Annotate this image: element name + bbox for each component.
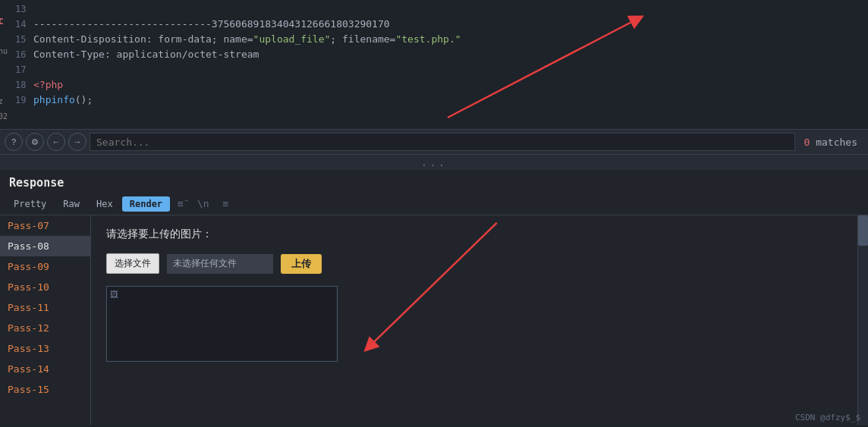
watermark: CSDN @dfzy$_$ xyxy=(795,413,860,422)
right-scrollbar[interactable] xyxy=(857,215,868,425)
response-header: Response xyxy=(0,170,868,193)
sidebar-item-pass13[interactable]: Pass-13 xyxy=(0,338,90,359)
sidebar-item-pass07[interactable]: Pass-07 xyxy=(0,215,90,236)
no-file-text: 未选择任何文件 xyxy=(173,257,237,270)
sidebar-item-pass08[interactable]: Pass-08 xyxy=(0,236,90,256)
help-button[interactable]: ? xyxy=(5,133,23,151)
scrollbar-thumb[interactable] xyxy=(858,215,868,246)
dots-separator: ... xyxy=(0,155,868,170)
tab-render[interactable]: Render xyxy=(122,196,170,212)
upload-label: 请选择要上传的图片： xyxy=(106,228,842,241)
code-line-14: ------------------------------3756068918… xyxy=(30,17,868,32)
sidebar: Pass-07 Pass-08 Pass-09 Pass-10 Pass-11 … xyxy=(0,215,91,425)
code-line-16: Content-Type: application/octet-stream xyxy=(30,47,868,62)
code-line-13 xyxy=(30,2,868,17)
tab-icon-lines[interactable]: ≡̈ xyxy=(171,196,190,212)
code-line-19: phpinfo(); xyxy=(30,93,868,108)
tab-raw[interactable]: Raw xyxy=(55,196,87,212)
matches-count: 0 matches xyxy=(798,137,863,148)
file-name-display: 未选择任何文件 xyxy=(167,254,273,274)
sidebar-item-pass15[interactable]: Pass-15 xyxy=(0,379,90,400)
forward-button[interactable]: → xyxy=(68,133,86,151)
sidebar-item-pass14[interactable]: Pass-14 xyxy=(0,359,90,379)
search-bar: ? ⚙ ← → 0 matches xyxy=(0,129,868,155)
back-button[interactable]: ← xyxy=(47,133,65,151)
svg-line-1 xyxy=(370,223,497,347)
matches-label: matches xyxy=(816,137,857,148)
file-input-row: 选择文件 未选择任何文件 上传 xyxy=(106,253,842,274)
sidebar-item-pass11[interactable]: Pass-11 xyxy=(0,297,90,318)
choose-file-button[interactable]: 选择文件 xyxy=(106,253,159,274)
code-line-17 xyxy=(30,62,868,77)
tab-icon-menu[interactable]: ≡ xyxy=(217,196,235,212)
tab-pretty[interactable]: Pretty xyxy=(6,196,54,212)
code-line-18: <?php xyxy=(30,77,868,93)
response-title: Response xyxy=(9,176,64,190)
tab-icon-newline[interactable]: \n xyxy=(191,196,215,212)
sidebar-item-pass10[interactable]: Pass-10 xyxy=(0,277,90,297)
settings-button[interactable]: ⚙ xyxy=(26,133,44,151)
broken-image-icon: 🖼 xyxy=(110,290,118,300)
code-line-15: Content-Disposition: form-data; name="up… xyxy=(30,32,868,47)
dots-text: ... xyxy=(421,156,447,168)
response-tabs: Pretty Raw Hex Render ≡̈ \n ≡ xyxy=(0,193,868,215)
upload-button[interactable]: 上传 xyxy=(281,254,322,274)
image-preview-box: 🖼 xyxy=(106,286,338,362)
search-input[interactable] xyxy=(90,133,795,151)
sidebar-item-pass12[interactable]: Pass-12 xyxy=(0,318,90,338)
response-rendered-content: 请选择要上传的图片： 选择文件 未选择任何文件 上传 🖼 xyxy=(91,215,857,425)
matches-number: 0 xyxy=(804,137,810,148)
tab-hex[interactable]: Hex xyxy=(89,196,121,212)
sidebar-item-pass09[interactable]: Pass-09 xyxy=(0,256,90,277)
